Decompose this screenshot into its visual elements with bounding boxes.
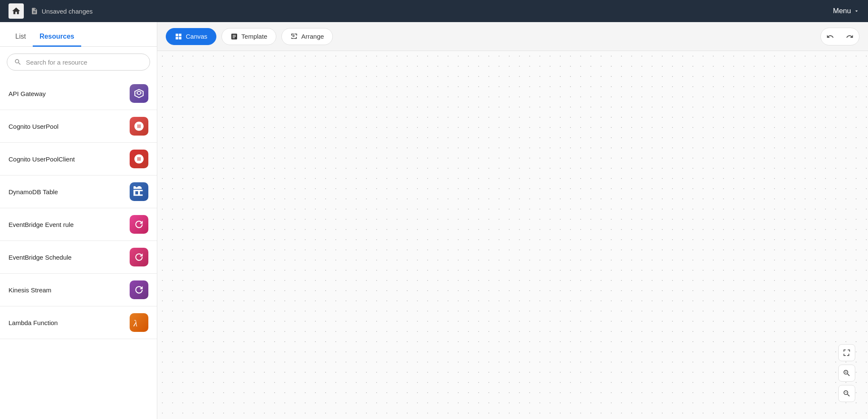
tab-list[interactable]: List	[9, 28, 33, 47]
resource-name: Cognito UserPoolClient	[9, 156, 75, 163]
zoom-controls	[838, 344, 855, 402]
resource-name: EventBridge Event rule	[9, 221, 74, 228]
undo-redo-group	[820, 28, 859, 45]
top-bar: Unsaved changes Menu	[0, 0, 868, 22]
resource-item[interactable]: API Gateway	[0, 77, 157, 110]
resource-name: Lambda Function	[9, 319, 58, 326]
home-button[interactable]	[9, 3, 24, 19]
zoom-out-button[interactable]	[838, 385, 855, 402]
fit-screen-button[interactable]	[838, 344, 855, 361]
resource-icon	[130, 117, 148, 136]
resource-name: API Gateway	[9, 90, 46, 97]
undo-button[interactable]	[821, 28, 840, 45]
search-input[interactable]	[26, 59, 143, 66]
search-icon	[14, 58, 22, 66]
resource-item[interactable]: Kinesis Stream	[0, 274, 157, 306]
canvas-button[interactable]: Canvas	[166, 28, 216, 45]
sidebar-tabs: List Resources	[0, 22, 157, 47]
sidebar: List Resources API GatewayCognito UserPo…	[0, 22, 157, 419]
resource-icon: λ	[130, 313, 148, 332]
resource-name: DynamoDB Table	[9, 188, 58, 195]
canvas-icon	[175, 33, 182, 40]
resource-item[interactable]: EventBridge Schedule	[0, 241, 157, 274]
tab-resources[interactable]: Resources	[33, 28, 81, 47]
menu-button[interactable]: Menu	[833, 7, 859, 15]
resource-item[interactable]: DynamoDB Table	[0, 176, 157, 208]
resource-icon	[130, 182, 148, 201]
resource-item[interactable]: EventBridge Event rule	[0, 208, 157, 241]
resource-list: API GatewayCognito UserPoolCognito UserP…	[0, 77, 157, 419]
template-icon	[230, 33, 238, 40]
svg-text:λ: λ	[133, 318, 137, 328]
resource-item[interactable]: Cognito UserPool	[0, 110, 157, 143]
zoom-out-icon	[842, 389, 851, 398]
undo-icon	[826, 33, 834, 40]
resource-icon	[130, 215, 148, 234]
resource-icon	[130, 150, 148, 168]
resource-icon	[130, 84, 148, 103]
fit-screen-icon	[842, 348, 851, 357]
search-box	[7, 54, 150, 71]
resource-item[interactable]: Cognito UserPoolClient	[0, 143, 157, 176]
top-bar-left: Unsaved changes	[9, 3, 93, 19]
zoom-in-button[interactable]	[838, 365, 855, 382]
arrange-icon	[290, 33, 298, 40]
resource-name: EventBridge Schedule	[9, 254, 71, 261]
canvas-content[interactable]	[157, 51, 868, 419]
canvas-toolbar: Canvas Template Arrange	[157, 22, 868, 51]
zoom-in-icon	[842, 369, 851, 377]
resource-name: Cognito UserPool	[9, 123, 59, 130]
resource-item[interactable]: Lambda Functionλ	[0, 306, 157, 339]
redo-icon	[846, 33, 854, 40]
resource-icon	[130, 248, 148, 266]
canvas-area: Canvas Template Arrange	[157, 22, 868, 419]
redo-button[interactable]	[840, 28, 859, 45]
template-button[interactable]: Template	[221, 28, 276, 45]
resource-icon	[130, 280, 148, 299]
resource-name: Kinesis Stream	[9, 286, 51, 294]
unsaved-changes-indicator: Unsaved changes	[31, 7, 93, 15]
main-layout: List Resources API GatewayCognito UserPo…	[0, 22, 868, 419]
arrange-button[interactable]: Arrange	[281, 28, 333, 45]
